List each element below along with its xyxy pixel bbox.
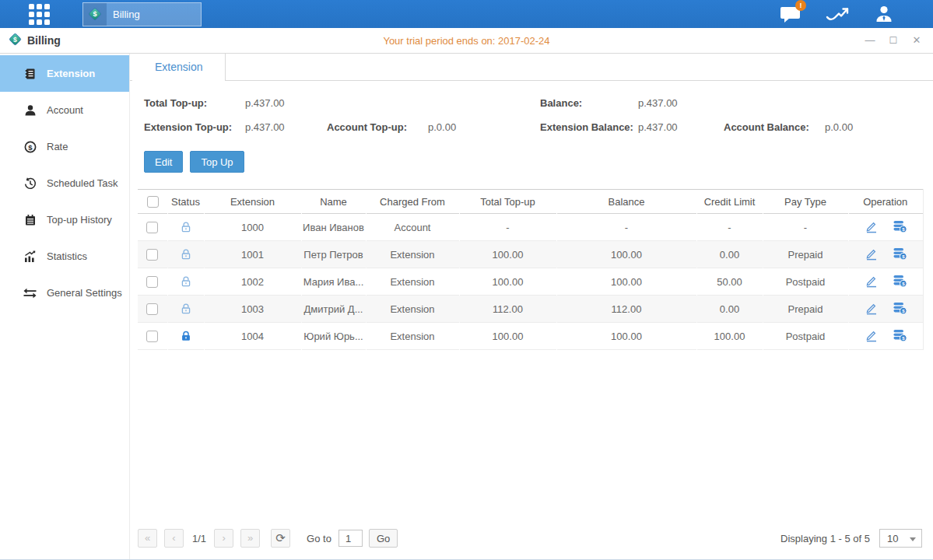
cell-total-topup: 100.00 [459, 241, 556, 268]
goto-page-input[interactable] [338, 530, 363, 547]
cell-extension: 1004 [204, 323, 301, 350]
edit-icon[interactable] [865, 301, 879, 317]
topup-icon[interactable]: $ [893, 301, 907, 317]
cell-total-topup: 100.00 [459, 268, 556, 296]
extension-balance-value: p.437.00 [638, 121, 724, 133]
page-size-select[interactable]: 10 [879, 529, 922, 548]
edit-icon[interactable] [865, 328, 879, 345]
page-size-value: 10 [887, 533, 898, 544]
cell-balance: 100.00 [556, 323, 696, 350]
status-lock-icon [180, 221, 192, 233]
taskbar-tab-billing[interactable]: $ Billing [82, 2, 202, 26]
edit-button[interactable]: Edit [144, 151, 183, 173]
notification-badge: ! [795, 0, 806, 11]
row-checkbox[interactable] [146, 331, 158, 342]
col-charged-from: Charged From [366, 190, 459, 214]
go-button[interactable]: Go [369, 529, 398, 548]
balance-summary: Total Top-up: p.437.00 Balance: p.437.00… [130, 81, 933, 139]
sidebar-item-label: General Settings [47, 287, 122, 299]
topup-icon[interactable]: $ [893, 274, 907, 290]
row-checkbox[interactable] [146, 222, 158, 233]
sidebar-item-extension[interactable]: Extension [0, 55, 129, 92]
scheduled-task-icon [23, 177, 37, 190]
cell-balance: 112.00 [556, 296, 696, 323]
topup-icon[interactable]: $ [893, 219, 907, 236]
balance-value: p.437.00 [638, 97, 678, 109]
col-pay-type: Pay Type [763, 190, 848, 214]
sidebar-item-account[interactable]: Account [0, 92, 129, 128]
cell-pay-type: Prepaid [763, 296, 848, 323]
cell-charged-from: Extension [366, 323, 459, 350]
first-page-button[interactable]: « [138, 529, 157, 548]
pagination-bar: « ‹ 1/1 › » ⟳ Go to Go Displaying 1 - 5 … [130, 522, 933, 559]
col-extension: Extension [204, 190, 301, 214]
minimize-icon[interactable]: — [865, 35, 875, 46]
sidebar-item-general-settings[interactable]: General Settings [0, 275, 129, 311]
sidebar-item-topup-history[interactable]: Top-up History [0, 201, 129, 238]
cell-charged-from: Extension [366, 296, 459, 323]
account-balance-label: Account Balance: [724, 121, 825, 133]
total-topup-label: Total Top-up: [144, 97, 245, 109]
cell-pay-type: Postpaid [763, 268, 848, 296]
last-page-button[interactable]: » [240, 529, 260, 548]
tab-extension[interactable]: Extension [132, 54, 226, 81]
status-lock-icon [180, 275, 192, 287]
statistics-chart-icon[interactable] [826, 5, 849, 23]
general-settings-icon [23, 287, 37, 299]
select-all-checkbox[interactable] [147, 196, 159, 208]
cell-extension: 1000 [204, 214, 301, 241]
messages-icon[interactable]: ! [780, 5, 801, 23]
edit-icon[interactable] [865, 219, 879, 236]
cell-name: Иван Иванов [301, 214, 366, 241]
cell-balance: - [556, 214, 696, 241]
trial-message: Your trial period ends on: 2017-02-24 [0, 35, 933, 47]
row-checkbox[interactable] [146, 249, 158, 261]
cell-name: Петр Петров [301, 241, 366, 268]
sidebar-item-label: Account [47, 104, 83, 116]
col-balance: Balance [556, 190, 696, 214]
account-icon [23, 104, 37, 117]
table-row: 1002Мария Ива...Extension100.00100.0050.… [138, 268, 923, 296]
chevron-down-icon [910, 537, 916, 541]
cell-name: Дмитрий Д... [301, 296, 366, 323]
table-row: 1000Иван ИвановAccount----$ [138, 214, 923, 241]
edit-icon[interactable] [865, 247, 879, 263]
sidebar-item-scheduled-task[interactable]: Scheduled Task [0, 165, 129, 201]
extension-icon [23, 68, 37, 80]
tab-strip: Extension [130, 54, 933, 81]
cell-extension: 1002 [204, 268, 301, 296]
prev-page-button[interactable]: ‹ [164, 529, 184, 548]
cell-credit-limit: 50.00 [696, 268, 763, 296]
topup-icon[interactable]: $ [893, 247, 907, 263]
top-navbar: $ Billing ! [0, 0, 933, 28]
sidebar-item-label: Rate [47, 141, 68, 152]
refresh-icon[interactable]: ⟳ [271, 529, 290, 548]
edit-icon[interactable] [865, 274, 879, 290]
maximize-icon[interactable]: ☐ [888, 35, 899, 46]
row-checkbox[interactable] [146, 303, 158, 315]
row-checkbox[interactable] [146, 276, 158, 288]
sidebar-item-rate[interactable]: $ Rate [0, 128, 129, 165]
account-balance-value: p.0.00 [825, 121, 853, 133]
col-operation: Operation [848, 190, 923, 214]
rate-icon: $ [23, 141, 37, 153]
col-total-topup: Total Top-up [459, 190, 556, 214]
user-account-icon[interactable] [874, 5, 894, 23]
close-icon[interactable]: ✕ [911, 35, 922, 46]
window-titlebar: Your trial period ends on: 2017-02-24 $ … [0, 28, 933, 54]
cell-charged-from: Account [366, 214, 459, 241]
top-up-button[interactable]: Top Up [190, 151, 244, 173]
topup-icon[interactable]: $ [893, 328, 907, 345]
taskbar-tab-label: Billing [107, 9, 140, 20]
sidebar-item-label: Extension [47, 68, 95, 79]
status-lock-icon [180, 303, 192, 314]
total-topup-value: p.437.00 [245, 97, 540, 109]
next-page-button[interactable]: › [214, 529, 233, 548]
cell-credit-limit: 100.00 [696, 323, 763, 350]
app-grid-icon[interactable] [29, 4, 50, 25]
cell-extension: 1003 [204, 296, 301, 323]
sidebar-item-statistics[interactable]: Statistics [0, 238, 129, 275]
svg-text:$: $ [13, 36, 17, 44]
cell-total-topup: 100.00 [459, 323, 556, 350]
goto-label: Go to [307, 533, 331, 544]
